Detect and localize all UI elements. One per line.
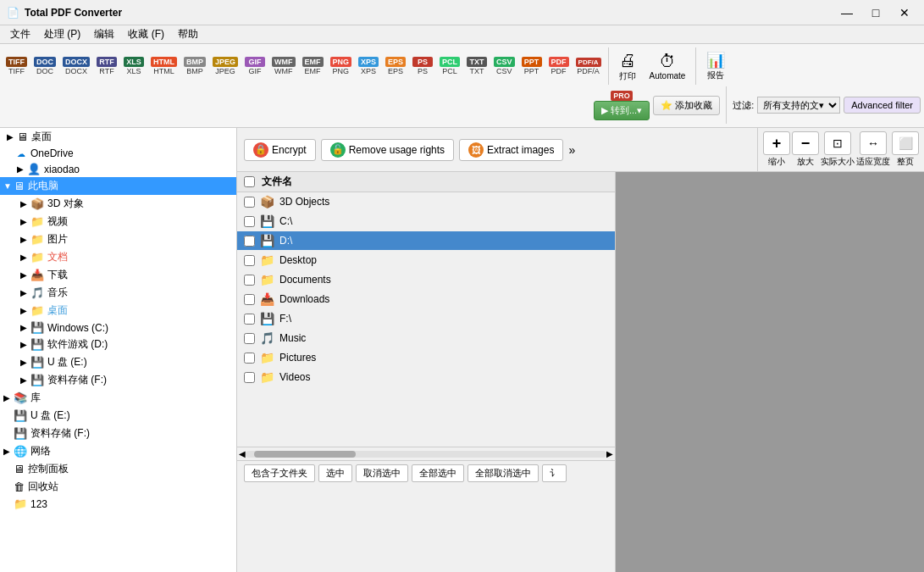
file-row-documents[interactable]: 📁 Documents [237,270,615,290]
tree-item-network[interactable]: ▶ 🌐 网络 [0,442,236,460]
file-row-pictures[interactable]: 📁 Pictures [237,348,615,368]
tree-arrow-desktop[interactable]: ▶ [7,132,17,142]
tree-arrow-network[interactable]: ▶ [3,447,14,456]
tree-item-f-root[interactable]: 💾 资料存储 (F:) [0,425,236,442]
file-row-c[interactable]: 💾 C:\ [237,212,615,231]
tree-arrow-pictures[interactable]: ▶ [20,235,30,244]
tree-arrow-downloads[interactable]: ▶ [20,270,30,280]
tree-item-recycle[interactable]: 🗑 回收站 [0,478,236,496]
menu-edit[interactable]: 编辑 [87,25,121,43]
tree-arrow-onedrive[interactable]: ☁ [17,149,27,158]
file-row-3dobjects[interactable]: 📦 3D Objects [237,192,615,212]
actual-size-button[interactable]: ⊡ [824,131,851,155]
tree-item-pictures[interactable]: ▶ 📁 图片 [0,230,236,248]
format-wmf[interactable]: WMFWMF [269,55,298,77]
zoom-out-button[interactable]: − [792,131,819,155]
scroll-left-button[interactable]: ◀ [239,449,246,458]
tree-item-downloads[interactable]: ▶ 📥 下载 [0,266,236,284]
format-csv[interactable]: CSVCSV [491,55,517,77]
tree-arrow-music[interactable]: ▶ [20,288,30,297]
format-doc[interactable]: DOCDOC [31,55,58,77]
tree-arrow-library[interactable]: ▶ [3,393,14,403]
fit-width-button[interactable]: ↔ [860,131,887,155]
tree-item-f[interactable]: ▶ 💾 资料存储 (F:) [0,371,236,389]
checkbox-videos[interactable] [244,372,255,383]
tree-arrow-thispc[interactable]: ▼ [3,181,14,191]
format-rtf[interactable]: RTFRTF [94,55,119,77]
convert-button[interactable]: ▶ 转到...▾ [594,101,650,120]
tree-arrow-f[interactable]: ▶ [20,375,30,385]
tree-arrow-documents[interactable]: ▶ [20,253,30,262]
format-png[interactable]: PNGPNG [328,55,355,77]
zoom-in-button[interactable]: + [763,131,790,155]
checkbox-downloads[interactable] [244,294,255,305]
tree-item-desktop[interactable]: ▶ 🖥 桌面 [0,128,236,146]
minimize-button[interactable]: — [834,4,860,21]
tree-arrow-3d[interactable]: ▶ [20,199,30,208]
file-row-desktop[interactable]: 📁 Desktop [237,251,615,270]
format-ppt[interactable]: PPTPPT [519,55,545,77]
tree-item-c[interactable]: ▶ 💾 Windows (C:) [0,319,236,336]
menu-help[interactable]: 帮助 [171,25,205,43]
menu-process[interactable]: 处理 (P) [37,25,87,43]
format-xps[interactable]: XPSXPS [356,55,381,77]
tree-item-123[interactable]: 📁 123 [0,496,236,512]
file-row-downloads[interactable]: 📥 Downloads [237,290,615,309]
deselect-button[interactable]: 取消选中 [356,464,408,482]
tree-arrow-d[interactable]: ▶ [20,340,30,349]
tree-item-library[interactable]: ▶ 📚 库 [0,389,236,407]
tree-item-e[interactable]: ▶ 💾 U 盘 (E:) [0,353,236,371]
checkbox-f[interactable] [244,314,255,325]
horizontal-scrollbar[interactable]: ◀ ▶ [237,447,615,460]
bookmark-button[interactable]: ⭐ 添加收藏 [653,96,720,115]
format-eps[interactable]: EPSEPS [383,55,408,77]
checkbox-documents[interactable] [244,275,255,286]
format-pdf[interactable]: PDFPDF [546,55,572,77]
scroll-thumb[interactable] [254,451,356,458]
format-ps[interactable]: PSPS [410,55,435,77]
more-actions-button[interactable]: 讠 [542,464,567,482]
tree-arrow-videos[interactable]: ▶ [20,217,30,226]
scroll-track[interactable] [246,451,606,458]
format-bmp[interactable]: BMPBMP [181,55,208,77]
tree-item-music[interactable]: ▶ 🎵 音乐 [0,284,236,302]
tree-arrow-c[interactable]: ▶ [20,323,30,332]
include-subfolders-button[interactable]: 包含子文件夹 [244,464,315,482]
tree-item-desktop2[interactable]: ▶ 📁 桌面 [0,302,236,319]
file-row-videos[interactable]: 📁 Videos [237,368,615,387]
format-pdfa[interactable]: PDF/APDF/A [573,56,604,77]
tree-item-control-panel[interactable]: 🖥 控制面板 [0,460,236,478]
format-emf[interactable]: EMFEMF [300,55,326,77]
automate-button[interactable]: ⏱ Automate [644,49,692,83]
menu-favorites[interactable]: 收藏 (F) [121,25,171,43]
checkbox-pictures[interactable] [244,353,255,364]
select-all-button[interactable]: 全部选中 [412,464,464,482]
tree-item-xiaodao[interactable]: ▶ 👤 xiaodao [0,161,236,177]
format-pcl[interactable]: PCLPCL [437,55,462,77]
extract-images-button[interactable]: 🖼 Extract images [459,139,563,161]
tree-item-d[interactable]: ▶ 💾 软件游戏 (D:) [0,336,236,353]
tree-arrow-e[interactable]: ▶ [20,358,30,367]
maximize-button[interactable]: □ [863,4,888,21]
format-xls[interactable]: XLSXLS [121,55,147,77]
format-txt[interactable]: TXTTXT [464,55,490,77]
file-row-d[interactable]: 💾 D:\ [237,231,615,251]
report-button[interactable]: 📊 报告 [700,48,731,84]
tree-item-thispc[interactable]: ▼ 🖥 此电脑 [0,177,236,195]
file-row-f[interactable]: 💾 F:\ [237,309,615,329]
tree-item-3dobjects[interactable]: ▶ 📦 3D 对象 [0,195,236,213]
fit-page-button[interactable]: ⬜ [892,131,919,155]
print-button[interactable]: 🖨 打印 [613,48,642,85]
scroll-right-button[interactable]: ▶ [606,449,613,458]
checkbox-music[interactable] [244,333,255,344]
file-row-music[interactable]: 🎵 Music [237,329,615,348]
select-button[interactable]: 选中 [318,464,352,482]
remove-rights-button[interactable]: 🔓 Remove usage rights [321,139,454,161]
format-tiff[interactable]: TIFFTIFF [3,55,30,77]
checkbox-d[interactable] [244,236,255,247]
checkbox-3dobjects[interactable] [244,197,255,208]
deselect-all-button[interactable]: 全部取消选中 [468,464,539,482]
checkbox-desktop[interactable] [244,255,255,266]
tree-item-e-root[interactable]: 💾 U 盘 (E:) [0,407,236,425]
filter-select[interactable]: 所有支持的文▾ [757,97,840,114]
